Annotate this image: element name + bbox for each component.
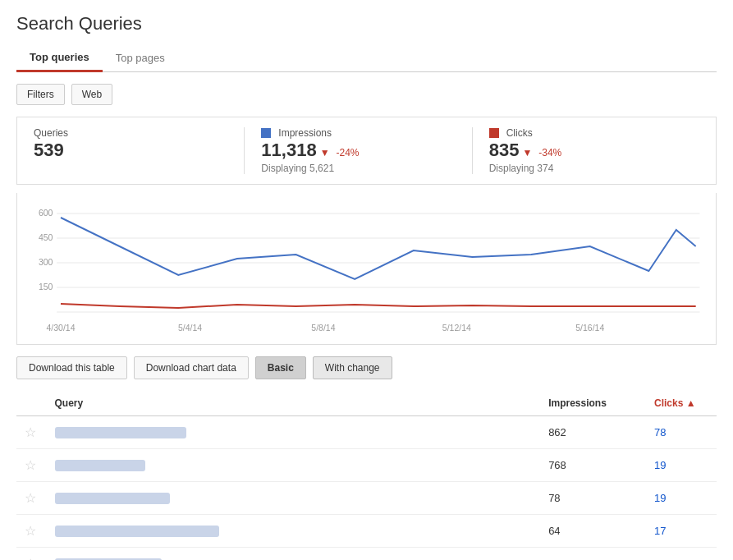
impressions-cell: 64 xyxy=(540,514,646,547)
tab-top-queries[interactable]: Top queries xyxy=(16,44,103,72)
table-row: ☆ 768 19 xyxy=(16,448,717,481)
clicks-sub: Displaying 374 xyxy=(489,163,683,174)
table-row: ☆ 81 10 xyxy=(16,547,717,560)
table-header-row: Query Impressions Clicks ▲ xyxy=(16,391,717,416)
query-cell xyxy=(47,547,541,560)
svg-text:600: 600 xyxy=(39,207,53,217)
basic-button[interactable]: Basic xyxy=(255,356,306,379)
clicks-change: -34% xyxy=(538,147,561,158)
filters-button[interactable]: Filters xyxy=(16,84,65,105)
svg-text:150: 150 xyxy=(39,281,53,291)
download-table-button[interactable]: Download this table xyxy=(16,356,127,379)
clicks-cell: 19 xyxy=(646,448,717,481)
clicks-down-icon: ▼ xyxy=(522,147,532,158)
queries-label: Queries xyxy=(34,127,227,139)
tab-top-pages[interactable]: Top pages xyxy=(103,44,178,71)
stat-clicks: Clicks 835 ▼ -34% Displaying 374 xyxy=(489,127,699,174)
svg-text:5/8/14: 5/8/14 xyxy=(311,322,335,332)
queries-value: 539 xyxy=(34,139,227,163)
svg-text:300: 300 xyxy=(39,256,53,266)
clicks-line xyxy=(61,304,696,308)
th-clicks[interactable]: Clicks ▲ xyxy=(646,391,717,416)
impressions-cell: 78 xyxy=(540,481,646,514)
web-button[interactable]: Web xyxy=(71,84,112,105)
query-cell xyxy=(47,481,541,514)
query-cell xyxy=(47,415,541,448)
tabs-bar: Top queries Top pages xyxy=(16,44,717,72)
chart-container: 600 450 300 150 4/30/14 5/4/14 5/8/14 5/… xyxy=(16,193,717,345)
table-row: ☆ 64 17 xyxy=(16,514,717,547)
stat-impressions: Impressions 11,318 ▼ -24% Displaying 5,6… xyxy=(261,127,472,174)
impressions-cell: 862 xyxy=(540,415,646,448)
download-chart-button[interactable]: Download chart data xyxy=(134,356,249,379)
data-table: Query Impressions Clicks ▲ ☆ 862 78 ☆ 76… xyxy=(16,391,717,560)
with-change-button[interactable]: With change xyxy=(313,356,392,379)
clicks-cell: 17 xyxy=(646,514,717,547)
impressions-sub: Displaying 5,621 xyxy=(261,163,455,174)
impressions-cell: 768 xyxy=(540,448,646,481)
clicks-value: 835 xyxy=(489,139,520,163)
svg-text:5/12/14: 5/12/14 xyxy=(442,322,471,332)
impressions-down-icon: ▼ xyxy=(320,147,330,158)
table-row: ☆ 862 78 xyxy=(16,415,717,448)
impressions-value: 11,318 xyxy=(261,139,316,163)
table-row: ☆ 78 19 xyxy=(16,481,717,514)
svg-text:4/30/14: 4/30/14 xyxy=(46,322,75,332)
impressions-cell: 81 xyxy=(540,547,646,560)
stats-box: Queries 539 Impressions 11,318 ▼ -24% Di… xyxy=(16,117,717,185)
clicks-cell: 78 xyxy=(646,415,717,448)
th-impressions[interactable]: Impressions xyxy=(540,391,646,416)
clicks-legend-dot xyxy=(489,128,499,138)
star-cell[interactable]: ☆ xyxy=(16,481,47,514)
impressions-line xyxy=(61,218,696,279)
clicks-cell: 19 xyxy=(646,481,717,514)
svg-text:450: 450 xyxy=(39,232,53,241)
filter-row: Filters Web xyxy=(16,84,717,105)
query-blurred xyxy=(55,427,186,438)
impressions-label: Impressions xyxy=(261,127,455,139)
impressions-legend-dot xyxy=(261,128,271,138)
star-cell[interactable]: ☆ xyxy=(16,415,47,448)
stat-queries: Queries 539 xyxy=(34,127,245,174)
svg-text:5/4/14: 5/4/14 xyxy=(178,322,202,332)
query-blurred xyxy=(55,493,170,504)
query-cell xyxy=(47,448,541,481)
clicks-label: Clicks xyxy=(489,127,683,139)
page-title: Search Queries xyxy=(16,13,717,34)
query-blurred xyxy=(55,526,219,537)
svg-text:5/16/14: 5/16/14 xyxy=(575,322,604,332)
star-cell[interactable]: ☆ xyxy=(16,514,47,547)
th-star xyxy=(16,391,47,416)
impressions-change: -24% xyxy=(337,147,360,158)
th-query: Query xyxy=(47,391,541,416)
query-cell xyxy=(47,514,541,547)
query-blurred xyxy=(55,460,145,471)
clicks-cell: 10 xyxy=(646,547,717,560)
star-cell[interactable]: ☆ xyxy=(16,448,47,481)
star-cell[interactable]: ☆ xyxy=(16,547,47,560)
chart-svg: 600 450 300 150 4/30/14 5/4/14 5/8/14 5/… xyxy=(25,201,708,337)
action-row: Download this table Download chart data … xyxy=(16,356,717,379)
